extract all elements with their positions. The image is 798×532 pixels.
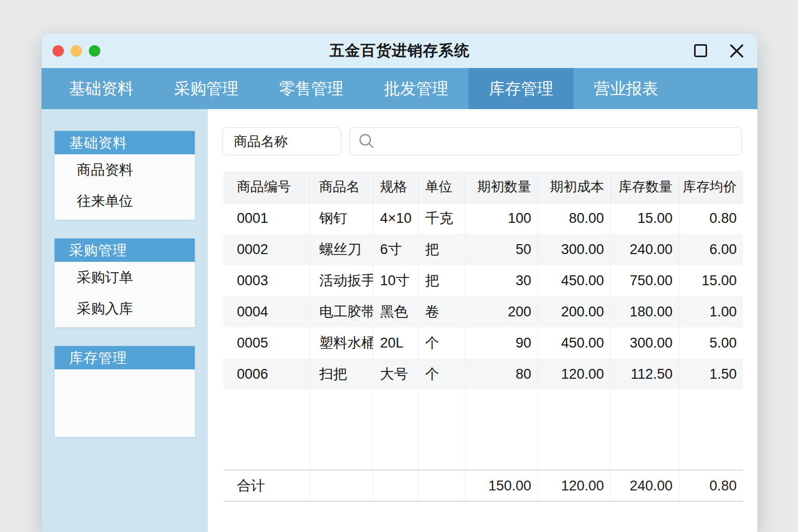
table-cell: 30 bbox=[465, 265, 538, 296]
table-cell: 活动扳手 bbox=[309, 265, 373, 296]
column-header: 单位 bbox=[418, 171, 465, 203]
sidebar-section-inventory: 库存管理 bbox=[55, 346, 195, 437]
column-header: 商品名 bbox=[309, 171, 373, 203]
column-header: 库存均价 bbox=[679, 171, 743, 203]
total-cell bbox=[309, 470, 373, 501]
sidebar: 基础资料商品资料往来单位采购管理采购订单采购入库库存管理 bbox=[42, 109, 208, 532]
table-cell: 300.00 bbox=[538, 234, 610, 265]
tab-retail[interactable]: 零售管理 bbox=[259, 68, 364, 109]
table-row[interactable]: 0003活动扳手10寸把30450.00750.0015.00 bbox=[223, 265, 743, 296]
table-cell: 112.50 bbox=[610, 358, 679, 390]
table-cell: 450.00 bbox=[538, 327, 610, 358]
tab-wholesale[interactable]: 批发管理 bbox=[364, 68, 469, 109]
table-cell: 50 bbox=[465, 234, 538, 265]
table-cell: 把 bbox=[418, 234, 465, 265]
table-cell: 钢钉 bbox=[309, 203, 373, 234]
table-cell: 扫把 bbox=[309, 358, 373, 390]
table-cell: 个 bbox=[418, 358, 465, 390]
table-cell: 80 bbox=[465, 358, 538, 390]
table-cell: 6.00 bbox=[679, 234, 743, 265]
table-cell: 电工胶带 bbox=[309, 296, 373, 327]
app-body: 基础资料商品资料往来单位采购管理采购订单采购入库库存管理 商品名称 bbox=[42, 109, 757, 532]
sidebar-section-header-inventory[interactable]: 库存管理 bbox=[55, 346, 195, 369]
total-cell: 240.00 bbox=[610, 470, 679, 501]
table-cell: 黑色 bbox=[373, 296, 418, 327]
tab-reports[interactable]: 营业报表 bbox=[574, 68, 679, 109]
table-cell: 塑料水桶 bbox=[309, 327, 373, 358]
table-cell: 80.00 bbox=[538, 203, 610, 234]
table-header-row: 商品编号商品名规格单位期初数量期初成本库存数量库存均价 bbox=[223, 171, 743, 203]
search-field-label-text: 商品名称 bbox=[234, 132, 288, 151]
table-empty-area bbox=[223, 390, 743, 470]
table-cell: 大号 bbox=[373, 358, 418, 390]
maximize-icon bbox=[694, 44, 707, 57]
table-wrap: 商品编号商品名规格单位期初数量期初成本库存数量库存均价0001钢钉4×10千克1… bbox=[223, 171, 743, 502]
table-cell: 0001 bbox=[223, 203, 309, 234]
table-cell: 0002 bbox=[223, 234, 309, 265]
table-cell: 120.00 bbox=[538, 358, 610, 390]
traffic-lights bbox=[52, 33, 100, 68]
table-cell: 240.00 bbox=[610, 234, 679, 265]
table-row[interactable]: 0005塑料水桶20L个90450.00300.005.00 bbox=[223, 327, 743, 358]
sidebar-item-partners[interactable]: 往来单位 bbox=[55, 185, 195, 217]
total-cell: 150.00 bbox=[465, 470, 538, 501]
sidebar-item-purchase-order[interactable]: 采购订单 bbox=[55, 262, 195, 293]
table-cell: 4×10 bbox=[373, 203, 418, 234]
total-cell bbox=[418, 470, 465, 501]
column-header: 库存数量 bbox=[610, 171, 679, 203]
table-row[interactable]: 0006扫把大号个80120.00112.501.50 bbox=[223, 358, 743, 390]
total-cell: 120.00 bbox=[538, 470, 610, 501]
total-cell bbox=[373, 470, 418, 501]
tab-basic-data[interactable]: 基础资料 bbox=[49, 68, 154, 109]
total-label: 合计 bbox=[223, 470, 309, 501]
titlebar: 五金百货进销存系统 bbox=[42, 33, 757, 68]
table-cell: 把 bbox=[418, 265, 465, 296]
table-cell: 0.80 bbox=[679, 203, 743, 234]
table-cell: 200 bbox=[465, 296, 538, 327]
search-input[interactable] bbox=[376, 128, 741, 155]
table-cell: 1.00 bbox=[679, 296, 743, 327]
table-cell: 450.00 bbox=[538, 265, 610, 296]
table-cell: 15.00 bbox=[610, 203, 679, 234]
tab-inventory[interactable]: 库存管理 bbox=[469, 68, 574, 109]
table-cell: 180.00 bbox=[610, 296, 679, 327]
column-header: 规格 bbox=[373, 171, 418, 203]
traffic-close-button[interactable] bbox=[52, 45, 64, 57]
sidebar-section-basic-data: 基础资料商品资料往来单位 bbox=[55, 131, 195, 220]
table-cell: 90 bbox=[465, 327, 538, 358]
table-cell: 0006 bbox=[223, 358, 309, 390]
sidebar-item-goods-data[interactable]: 商品资料 bbox=[55, 154, 195, 185]
table-cell: 20L bbox=[373, 327, 418, 358]
table-cell: 1.50 bbox=[679, 358, 743, 390]
sidebar-section-empty bbox=[55, 369, 195, 437]
close-button[interactable] bbox=[727, 42, 746, 60]
traffic-minimize-button[interactable] bbox=[71, 45, 82, 57]
table-row[interactable]: 0001钢钉4×10千克10080.0015.000.80 bbox=[223, 203, 743, 234]
table-cell: 0005 bbox=[223, 327, 309, 358]
table-cell: 750.00 bbox=[610, 265, 679, 296]
table-cell: 100 bbox=[465, 203, 538, 234]
table-cell: 6寸 bbox=[373, 234, 418, 265]
tab-purchase[interactable]: 采购管理 bbox=[154, 68, 259, 109]
table-cell: 5.00 bbox=[679, 327, 743, 358]
total-cell: 0.80 bbox=[679, 470, 743, 501]
table-cell: 15.00 bbox=[679, 265, 743, 296]
traffic-zoom-button[interactable] bbox=[89, 45, 100, 57]
maximize-button[interactable] bbox=[691, 42, 710, 60]
column-header: 商品编号 bbox=[223, 171, 309, 203]
table-row[interactable]: 0002螺丝刀6寸把50300.00240.006.00 bbox=[223, 234, 743, 265]
sidebar-item-purchase-inbound[interactable]: 采购入库 bbox=[55, 293, 195, 324]
sidebar-section-header-purchase[interactable]: 采购管理 bbox=[55, 238, 195, 262]
table-cell: 0003 bbox=[223, 265, 309, 296]
window-title: 五金百货进销存系统 bbox=[42, 41, 757, 61]
sidebar-section-header-basic-data[interactable]: 基础资料 bbox=[55, 131, 195, 154]
nav-tabs: 基础资料采购管理零售管理批发管理库存管理营业报表 bbox=[42, 68, 757, 109]
window-controls bbox=[691, 33, 746, 68]
table-cell: 0004 bbox=[223, 296, 309, 327]
search-box bbox=[349, 127, 742, 155]
close-icon bbox=[729, 43, 744, 59]
table-row[interactable]: 0004电工胶带黑色卷200200.00180.001.00 bbox=[223, 296, 743, 327]
table-cell: 200.00 bbox=[538, 296, 610, 327]
table-cell: 300.00 bbox=[610, 327, 679, 358]
search-field-label: 商品名称 bbox=[222, 127, 341, 155]
